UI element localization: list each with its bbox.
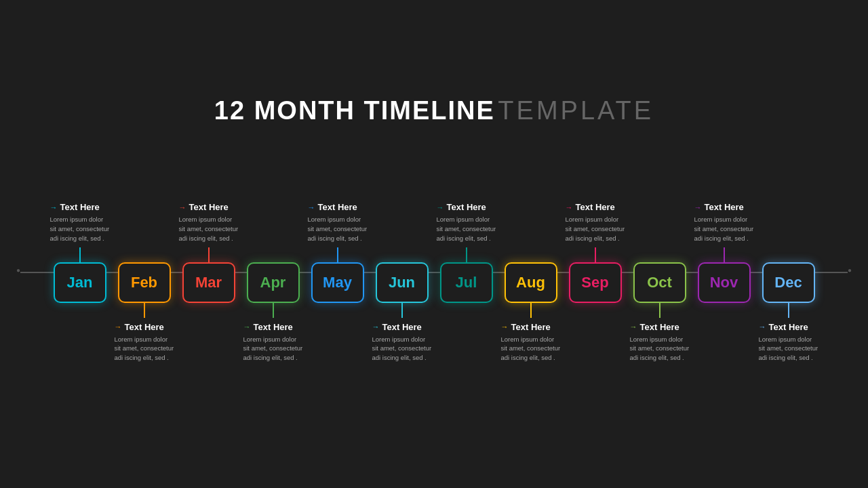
text-header-jan-top: →Text Here [50,202,100,212]
month-col-dec: Dec→Text HereLorem ipsum dolor sit amet,… [756,152,821,392]
text-header-label-jun-bottom: Text Here [382,322,422,332]
text-header-jun-bottom: →Text Here [372,322,422,332]
connector-bottom-mar [208,303,210,318]
text-body-jun-bottom: Lorem ipsum dolor sit amet, consectetur … [372,335,432,363]
month-box-nov: Nov [698,262,751,303]
text-body-oct-bottom: Lorem ipsum dolor sit amet, consectetur … [630,335,690,363]
text-body-jan-top: Lorem ipsum dolor sit amet, consectetur … [50,215,110,243]
connector-bottom-aug [530,303,532,318]
text-body-sep-top: Lorem ipsum dolor sit amet, consectetur … [566,215,625,243]
connector-bottom-apr [273,303,274,318]
top-block-sep: →Text HereLorem ipsum dolor sit amet, co… [566,152,625,247]
connector-bottom-jul [466,303,467,318]
month-col-jul: →Text HereLorem ipsum dolor sit amet, co… [434,152,498,392]
connector-top-jan [79,247,81,262]
text-header-label-oct-bottom: Text Here [640,322,679,332]
text-header-oct-bottom: →Text Here [630,322,679,332]
text-header-label-sep-top: Text Here [576,202,615,212]
month-box-dec: Dec [762,262,815,303]
month-box-may: May [311,262,364,303]
months-row: →Text HereLorem ipsum dolor sit amet, co… [20,152,848,392]
arrow-icon-apr-bottom: → [243,323,251,331]
text-body-feb-bottom: Lorem ipsum dolor sit amet, consectetur … [115,335,174,363]
text-header-may-top: →Text Here [308,202,357,212]
connector-bottom-dec [788,303,789,318]
bottom-block-apr: →Text HereLorem ipsum dolor sit amet, co… [243,318,303,392]
arrow-icon-sep-top: → [566,203,573,211]
text-header-dec-bottom: →Text Here [759,322,808,332]
text-header-label-jul-top: Text Here [447,202,486,212]
arrow-icon-dec-bottom: → [759,323,766,331]
connector-top-may [337,247,338,262]
connector-bottom-nov [724,303,725,318]
top-block-mar: →Text HereLorem ipsum dolor sit amet, co… [179,152,239,247]
connector-top-dec [788,247,789,262]
arrow-icon-jul-top: → [437,203,444,211]
month-col-jan: →Text HereLorem ipsum dolor sit amet, co… [47,152,112,392]
connector-bottom-may [337,303,338,318]
text-header-label-dec-bottom: Text Here [769,322,808,332]
connector-top-sep [595,247,596,262]
top-block-nov: →Text HereLorem ipsum dolor sit amet, co… [694,152,754,247]
arrow-icon-may-top: → [308,203,315,211]
month-col-aug: Aug→Text HereLorem ipsum dolor sit amet,… [498,152,563,392]
title-bold: 12 MONTH TIMELINE [214,96,495,125]
top-block-jul: →Text HereLorem ipsum dolor sit amet, co… [437,152,496,247]
month-box-jun: Jun [376,262,429,303]
connector-top-oct [659,247,660,262]
text-body-nov-top: Lorem ipsum dolor sit amet, consectetur … [694,215,754,243]
text-header-label-nov-top: Text Here [705,202,744,212]
text-header-nov-top: →Text Here [694,202,744,212]
bottom-block-oct: →Text HereLorem ipsum dolor sit amet, co… [630,318,690,392]
arrow-icon-aug-bottom: → [501,323,509,331]
month-col-sep: →Text HereLorem ipsum dolor sit amet, co… [563,152,627,392]
connector-top-feb [144,247,145,262]
month-col-mar: →Text HereLorem ipsum dolor sit amet, co… [176,152,241,392]
text-header-label-jan-top: Text Here [60,202,100,212]
text-header-sep-top: →Text Here [566,202,615,212]
timeline-wrapper: →Text HereLorem ipsum dolor sit amet, co… [20,152,848,392]
month-col-oct: Oct→Text HereLorem ipsum dolor sit amet,… [627,152,692,392]
arrow-icon-oct-bottom: → [630,323,637,331]
month-col-jun: Jun→Text HereLorem ipsum dolor sit amet,… [370,152,434,392]
month-box-sep: Sep [569,262,622,303]
text-header-label-aug-bottom: Text Here [511,322,551,332]
month-col-feb: Feb→Text HereLorem ipsum dolor sit amet,… [112,152,176,392]
month-box-feb: Feb [118,262,171,303]
bottom-block-dec: →Text HereLorem ipsum dolor sit amet, co… [759,318,818,392]
top-block-may: →Text HereLorem ipsum dolor sit amet, co… [308,152,368,247]
connector-top-jun [401,247,403,262]
arrow-icon-nov-top: → [694,203,702,211]
text-body-aug-bottom: Lorem ipsum dolor sit amet, consectetur … [501,335,561,363]
connector-bottom-sep [595,303,596,318]
text-body-apr-bottom: Lorem ipsum dolor sit amet, consectetur … [243,335,303,363]
text-body-mar-top: Lorem ipsum dolor sit amet, consectetur … [179,215,239,243]
top-block-jan: →Text HereLorem ipsum dolor sit amet, co… [50,152,110,247]
text-header-mar-top: →Text Here [179,202,229,212]
text-body-may-top: Lorem ipsum dolor sit amet, consectetur … [308,215,368,243]
month-box-apr: Apr [247,262,300,303]
connector-bottom-jan [79,303,81,318]
month-box-oct: Oct [633,262,686,303]
connector-top-nov [724,247,725,262]
connector-bottom-oct [659,303,660,318]
arrow-icon-jun-bottom: → [372,323,380,331]
month-col-apr: Apr→Text HereLorem ipsum dolor sit amet,… [241,152,305,392]
connector-top-mar [208,247,210,262]
text-header-label-may-top: Text Here [318,202,357,212]
text-header-label-mar-top: Text Here [189,202,229,212]
text-header-jul-top: →Text Here [437,202,486,212]
text-body-jul-top: Lorem ipsum dolor sit amet, consectetur … [437,215,496,243]
arrow-icon-jan-top: → [50,203,58,211]
text-header-aug-bottom: →Text Here [501,322,551,332]
arrow-icon-feb-bottom: → [115,323,122,331]
text-header-label-feb-bottom: Text Here [125,322,164,332]
connector-top-apr [273,247,274,262]
bottom-block-jun: →Text HereLorem ipsum dolor sit amet, co… [372,318,432,392]
month-box-jan: Jan [54,262,106,303]
text-header-label-apr-bottom: Text Here [254,322,293,332]
arrow-icon-mar-top: → [179,203,186,211]
month-box-mar: Mar [182,262,235,303]
connector-top-aug [530,247,532,262]
connector-bottom-feb [144,303,145,318]
